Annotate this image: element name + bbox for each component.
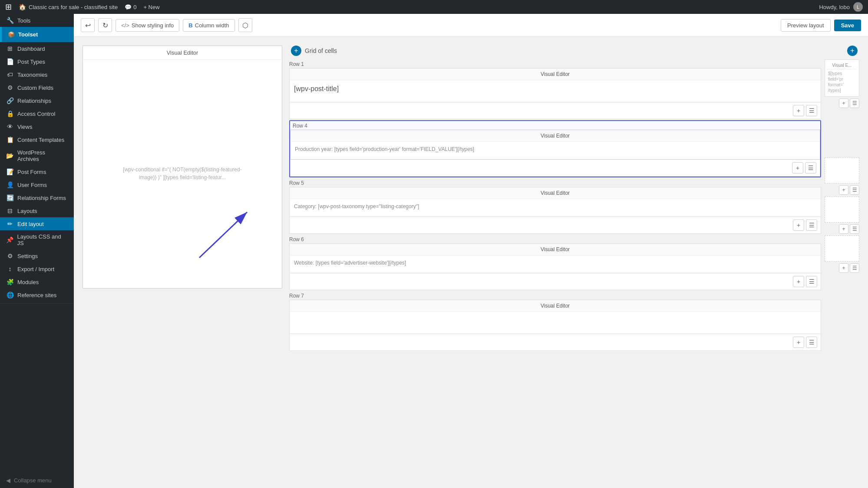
row-6-add-button[interactable]: + bbox=[793, 276, 804, 287]
preview-layout-button[interactable]: Preview layout bbox=[781, 19, 831, 32]
sidebar-item-modules[interactable]: 🧩 Modules bbox=[0, 275, 74, 288]
sidebar-item-views[interactable]: 👁 Views bbox=[0, 120, 74, 133]
row-4-add-button[interactable]: + bbox=[792, 162, 803, 174]
left-ve-header: Visual Editor bbox=[83, 46, 282, 60]
grid-add-top-button[interactable]: + bbox=[291, 46, 301, 56]
row-1-wrapper: Row 1 Visual Editor [wpv-post-title] + ☰ bbox=[289, 59, 821, 119]
new-bar[interactable]: + New bbox=[143, 4, 159, 10]
sidebar-item-layouts-css[interactable]: 📌 Layouts CSS and JS bbox=[0, 230, 74, 249]
toolset-header[interactable]: 📦 Toolset bbox=[0, 27, 74, 42]
layouts-css-icon: 📌 bbox=[6, 236, 13, 243]
sidebar-item-post-forms[interactable]: 📝 Post Forms bbox=[0, 165, 74, 178]
content-templates-icon: 📋 bbox=[6, 136, 14, 143]
side-row-1-area: Visual E... $[types field='pr format=' /… bbox=[825, 59, 859, 110]
row-5-ve-body[interactable]: Category: [wpv-post-taxonomy type="listi… bbox=[290, 199, 821, 216]
side-row-7-actions: + ☰ bbox=[825, 262, 859, 275]
row-1-actions: + ☰ bbox=[289, 102, 821, 119]
collapse-icon: ◀ bbox=[6, 477, 10, 484]
sidebar-label-modules: Modules bbox=[17, 279, 39, 285]
row-5-add-button[interactable]: + bbox=[793, 219, 804, 231]
side-row-1-menu-button[interactable]: ☰ bbox=[850, 98, 859, 108]
sidebar-item-reference-sites[interactable]: 🌐 Reference sites bbox=[0, 288, 74, 301]
side-column: Visual E... $[types field='pr format=' /… bbox=[825, 59, 859, 352]
side-row-6-actions: + ☰ bbox=[825, 223, 859, 236]
collapse-menu-button[interactable]: ◀ Collapse menu bbox=[0, 473, 74, 488]
rows-container: Row 1 Visual Editor [wpv-post-title] + ☰ bbox=[289, 59, 859, 352]
sidebar-item-user-forms[interactable]: 👤 User Forms bbox=[0, 178, 74, 191]
sidebar-label-layouts-css: Layouts CSS and JS bbox=[17, 233, 68, 246]
sidebar-item-content-templates[interactable]: 📋 Content Templates bbox=[0, 133, 74, 146]
row-7-add-button[interactable]: + bbox=[793, 337, 804, 348]
sidebar-item-export-import[interactable]: ↕ Export / Import bbox=[0, 262, 74, 275]
side-row-6-menu-button[interactable]: ☰ bbox=[850, 224, 859, 234]
undo-button[interactable]: ↩ bbox=[81, 18, 95, 32]
sidebar-label-edit-layout: Edit layout bbox=[17, 221, 44, 227]
row-6-menu-button[interactable]: ☰ bbox=[806, 276, 817, 287]
row-7-menu-button[interactable]: ☰ bbox=[806, 337, 817, 348]
sidebar-item-dashboard[interactable]: ⊞ Dashboard bbox=[0, 42, 74, 55]
comments-bar[interactable]: 💬 0 bbox=[125, 4, 136, 10]
wp-logo[interactable]: ⊞ bbox=[5, 2, 12, 12]
new-label: + New bbox=[143, 4, 159, 10]
sidebar-item-settings[interactable]: ⚙ Settings bbox=[0, 249, 74, 262]
save-button[interactable]: Save bbox=[834, 20, 861, 31]
row-1-menu-button[interactable]: ☰ bbox=[806, 105, 817, 116]
left-ve-title: Visual Editor bbox=[167, 49, 198, 56]
main-column: Row 1 Visual Editor [wpv-post-title] + ☰ bbox=[289, 59, 821, 352]
code-icon: </> bbox=[121, 22, 129, 29]
show-styling-button[interactable]: </> Show styling info bbox=[116, 19, 179, 32]
sidebar-item-custom-fields[interactable]: ⚙ Custom Fields bbox=[0, 81, 74, 94]
side-row-6-cell bbox=[825, 197, 859, 223]
sidebar-item-edit-layout[interactable]: ✏ Edit layout bbox=[0, 217, 74, 230]
side-row-7-menu-button[interactable]: ☰ bbox=[850, 263, 859, 273]
row-5-menu-button[interactable]: ☰ bbox=[806, 219, 817, 231]
sidebar-item-post-types[interactable]: 📄 Post Types bbox=[0, 55, 74, 68]
comments-count: 0 bbox=[133, 4, 136, 10]
row-4-ve-header: Visual Editor bbox=[290, 130, 820, 142]
wp-archives-icon: 📂 bbox=[6, 152, 14, 159]
side-row-1-content: $[types field='pr format=' /types] bbox=[827, 69, 857, 95]
user-forms-icon: 👤 bbox=[6, 181, 14, 188]
side-row-6-add-button[interactable]: + bbox=[839, 224, 848, 234]
export-button[interactable]: ⬡ bbox=[238, 18, 252, 32]
row-1-add-button[interactable]: + bbox=[793, 105, 804, 116]
side-row-5-add-button[interactable]: + bbox=[839, 185, 848, 195]
grid-add-right-button[interactable]: + bbox=[847, 46, 858, 56]
row-6-ve-body[interactable]: Website: [types field='advertiser-websit… bbox=[290, 255, 821, 273]
access-control-icon: 🔒 bbox=[6, 110, 14, 117]
column-width-label: Column width bbox=[195, 22, 229, 29]
row-4-menu-button[interactable]: ☰ bbox=[805, 162, 816, 174]
avatar[interactable]: L bbox=[853, 2, 863, 12]
howdy-text: Howdy, lobo bbox=[819, 4, 850, 10]
side-row-1-add-button[interactable]: + bbox=[839, 98, 848, 108]
sidebar-item-tools[interactable]: 🔧 Tools bbox=[0, 14, 74, 27]
save-label: Save bbox=[841, 22, 854, 29]
site-name-bar[interactable]: 🏠 Classic cars for sale - classified sit… bbox=[19, 3, 118, 10]
row-1-ve-body[interactable]: [wpv-post-title] bbox=[290, 80, 821, 102]
sidebar-label-access-control: Access Control bbox=[17, 111, 55, 117]
row-5-label: Row 5 bbox=[289, 178, 821, 187]
sidebar-label-content-templates: Content Templates bbox=[17, 137, 64, 143]
arrow-indicator bbox=[195, 206, 256, 262]
row-7-label: Row 7 bbox=[289, 291, 821, 300]
sidebar-item-access-control[interactable]: 🔒 Access Control bbox=[0, 107, 74, 120]
sidebar-item-relationships[interactable]: 🔗 Relationships bbox=[0, 94, 74, 107]
sidebar-item-layouts[interactable]: ⊟ Layouts bbox=[0, 204, 74, 217]
post-types-icon: 📄 bbox=[6, 58, 14, 65]
side-row-5-actions: + ☰ bbox=[825, 183, 859, 197]
sidebar-item-taxonomies[interactable]: 🏷 Taxonomies bbox=[0, 68, 74, 81]
row-5-ve-header: Visual Editor bbox=[290, 187, 821, 199]
row-7-ve-body[interactable] bbox=[290, 312, 821, 334]
side-row-1-header: Visual E... bbox=[827, 62, 857, 69]
column-width-button[interactable]: B Column width bbox=[183, 19, 234, 32]
sidebar-item-relationship-forms[interactable]: 🔄 Relationship Forms bbox=[0, 191, 74, 204]
export-icon: ↕ bbox=[6, 265, 14, 272]
row-4-wrapper: Row 4 Visual Editor Production year: [ty… bbox=[289, 120, 821, 177]
row-4-ve-body[interactable]: Production year: [types field='productio… bbox=[290, 142, 820, 159]
side-row-7-add-button[interactable]: + bbox=[839, 263, 848, 273]
redo-button[interactable]: ↻ bbox=[98, 18, 112, 32]
side-row-5-menu-button[interactable]: ☰ bbox=[850, 185, 859, 195]
row-4-label: Row 4 bbox=[290, 121, 820, 130]
side-row-4-spacer bbox=[825, 110, 859, 157]
sidebar-item-wordpress-archives[interactable]: 📂 WordPress Archives bbox=[0, 146, 74, 165]
